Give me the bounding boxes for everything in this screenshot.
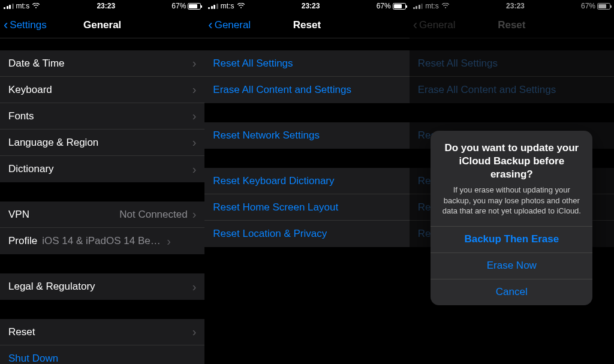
battery-icon: [188, 3, 201, 10]
chevron-right-icon: ›: [192, 207, 197, 221]
row-reset-keyboard-dict[interactable]: Reset Keyboard Dictionary: [204, 168, 409, 194]
navbar: ‹ Settings General: [0, 12, 204, 38]
signal-icon: [208, 3, 218, 9]
alert-backup-then-erase-button[interactable]: Backup Then Erase: [431, 226, 592, 252]
clock: 23:23: [40, 2, 171, 10]
chevron-right-icon: ›: [192, 136, 197, 149]
row-language-region[interactable]: Language & Region›: [0, 130, 204, 156]
alert-cancel-button[interactable]: Cancel: [431, 279, 592, 305]
chevron-left-icon: ‹: [4, 19, 8, 32]
row-vpn[interactable]: VPNNot Connected›: [0, 201, 204, 228]
chevron-right-icon: ›: [167, 234, 171, 248]
content: Reset All Settings Erase All Content and…: [204, 38, 409, 247]
row-fonts[interactable]: Fonts›: [0, 103, 204, 130]
row-reset-all-settings[interactable]: Reset All Settings: [204, 50, 409, 77]
screen-reset-alert: mt:s 23:23 67% ‹ General Reset Reset All…: [410, 0, 614, 364]
chevron-right-icon: ›: [192, 280, 197, 294]
row-date-time[interactable]: Date & Time›: [0, 50, 204, 77]
battery-pct: 67%: [377, 2, 391, 10]
clock: 23:23: [245, 2, 377, 10]
wifi-icon: [32, 3, 40, 9]
row-shutdown[interactable]: Shut Down: [0, 345, 204, 364]
row-reset-network[interactable]: Reset Network Settings: [204, 122, 409, 149]
row-profile[interactable]: ProfileiOS 14 & iPadOS 14 Beta Softwar…›: [0, 228, 204, 254]
chevron-left-icon: ‹: [208, 19, 212, 32]
alert-dialog: Do you want to update your iCloud Backup…: [431, 131, 592, 305]
carrier-label: mt:s: [221, 2, 234, 10]
row-dictionary[interactable]: Dictionary›: [0, 156, 204, 182]
alert-message: If you erase without updating your backu…: [440, 185, 583, 216]
chevron-right-icon: ›: [192, 83, 197, 97]
back-button[interactable]: ‹ Settings: [4, 19, 47, 32]
back-label: Settings: [10, 19, 46, 31]
row-keyboard[interactable]: Keyboard›: [0, 77, 204, 103]
wifi-icon: [237, 3, 245, 9]
screen-reset: mt:s 23:23 67% ‹ General Reset Reset All…: [204, 0, 409, 364]
screen-general: mt:s 23:23 67% ‹ Settings General Date &…: [0, 0, 204, 364]
back-button[interactable]: ‹ General: [208, 19, 251, 32]
back-label: General: [215, 19, 251, 31]
row-reset-home-layout[interactable]: Reset Home Screen Layout: [204, 194, 409, 221]
chevron-right-icon: ›: [192, 56, 197, 70]
chevron-right-icon: ›: [192, 109, 197, 123]
battery-pct: 67%: [171, 2, 186, 10]
chevron-right-icon: ›: [192, 163, 197, 176]
navbar: ‹ General Reset: [204, 12, 409, 38]
row-erase-all[interactable]: Erase All Content and Settings: [204, 77, 409, 103]
statusbar: mt:s 23:23 67%: [0, 0, 204, 12]
chevron-right-icon: ›: [192, 325, 197, 339]
content: Date & Time› Keyboard› Fonts› Language &…: [0, 38, 204, 364]
alert-erase-now-button[interactable]: Erase Now: [431, 252, 592, 279]
alert-title: Do you want to update your iCloud Backup…: [440, 142, 583, 181]
modal-backdrop: Do you want to update your iCloud Backup…: [410, 0, 614, 364]
row-legal[interactable]: Legal & Regulatory›: [0, 273, 204, 300]
row-reset[interactable]: Reset›: [0, 319, 204, 345]
carrier-label: mt:s: [16, 2, 30, 10]
statusbar: mt:s 23:23 67%: [204, 0, 409, 12]
battery-icon: [393, 3, 406, 10]
row-reset-location-privacy[interactable]: Reset Location & Privacy: [204, 221, 409, 247]
signal-icon: [4, 3, 14, 9]
